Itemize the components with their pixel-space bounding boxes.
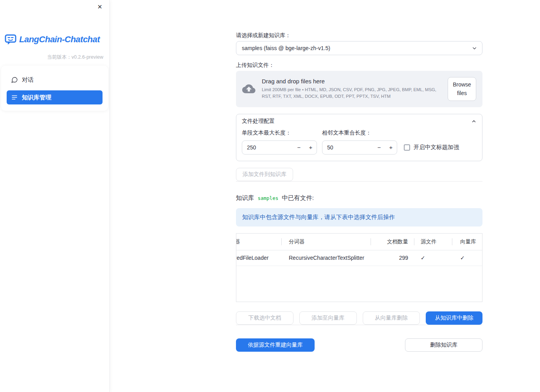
file-config-expander: 文件处理配置 单段文本最大长度： 相邻文本重合长度： − + − + [236,114,482,161]
sidebar-close-button[interactable]: × [95,2,104,11]
download-selected-button[interactable]: 下载选中文档 [236,311,293,325]
kb-select-value: samples (faiss @ bge-large-zh-v1.5) [242,45,330,51]
chunk-size-increment-button[interactable]: + [305,141,317,154]
add-files-to-kb-button[interactable]: 添加文件到知识库 [236,168,293,181]
file-action-buttons: 下载选中文档 添加至向量库 从向量库删除 从知识库中删除 [236,311,482,325]
dropzone-text: Drag and drop files here Limit 200MB per… [262,78,441,100]
app-logo-text: LangChain-Chatchat [19,34,100,45]
chunk-size-label: 单段文本最大长度： [242,129,322,137]
checkbox-box[interactable] [404,144,410,151]
existing-files-prefix: 知识库 [236,194,254,202]
table-row[interactable]: redFileLoader RecursiveCharacterTextSpli… [236,250,482,266]
existing-files-suffix: 中已有文件: [282,194,314,202]
dropzone-hint: Limit 200MB per file • HTML, MD, JSON, C… [262,86,441,100]
cell-splitter: RecursiveCharacterTextSplitter [282,255,371,261]
table-header-row: 器 分词器 文档数量 源文件 向量库 [236,234,482,250]
divider [236,181,482,182]
kb-name-code: samples [257,195,279,201]
kb-select[interactable]: samples (faiss @ bge-large-zh-v1.5) [236,41,482,55]
checkbox-label: 开启中文标题加强 [414,144,459,151]
upload-label: 上传知识文件： [236,62,482,70]
chat-bubble-icon [11,76,18,83]
sidebar-item-label: 对话 [22,76,34,84]
cell-vector-check: ✓ [452,255,482,261]
sidebar-item-label: 知识库管理 [22,94,51,101]
cell-doc-count: 299 [371,255,414,261]
sidebar-menu: 对话 知识库管理 [1,66,108,111]
delete-kb-button[interactable]: 删除知识库 [405,338,482,352]
chunk-overlap-field[interactable] [322,141,373,154]
rebuild-vector-store-button[interactable]: 依据源文件重建向量库 [236,338,315,352]
files-table: 器 分词器 文档数量 源文件 向量库 redFileLoader Recursi… [236,233,482,302]
browse-files-button[interactable]: Browse files [448,77,476,101]
chevron-down-icon [472,45,477,51]
column-header-loader[interactable]: 器 [236,234,282,250]
list-icon [11,94,18,101]
cloud-upload-icon [242,82,256,95]
chunk-overlap-increment-button[interactable]: + [385,141,397,154]
remove-from-vector-store-button[interactable]: 从向量库删除 [363,311,420,325]
chunk-size-decrement-button[interactable]: − [293,141,305,154]
chunk-overlap-decrement-button[interactable]: − [373,141,385,154]
sidebar-item-kb-management[interactable]: 知识库管理 [7,90,103,104]
file-dropzone[interactable]: Drag and drop files here Limit 200MB per… [236,71,482,107]
chunk-size-input: − + [242,140,317,155]
column-header-source[interactable]: 源文件 [414,234,452,250]
version-label: 当前版本：v0.2.6-preview [47,54,103,61]
expander-body: 单段文本最大长度： 相邻文本重合长度： − + − + 开启中文标题加强 [236,129,482,161]
expander-header[interactable]: 文件处理配置 [236,114,482,129]
chevron-up-icon [471,119,477,124]
info-alert-text: 知识库中包含源文件与向量库，请从下表中选择文件后操作 [242,214,395,220]
chunk-size-field[interactable] [242,141,293,154]
expander-title: 文件处理配置 [242,118,275,125]
chat-logo-icon [5,34,16,45]
info-alert: 知识库中包含源文件与向量库，请从下表中选择文件后操作 [236,208,482,227]
delete-from-kb-button[interactable]: 从知识库中删除 [426,311,482,325]
sidebar-item-dialogue[interactable]: 对话 [7,73,103,87]
chunk-overlap-input: − + [322,140,397,155]
add-to-vector-store-button[interactable]: 添加至向量库 [299,311,357,325]
cell-loader: redFileLoader [236,255,282,261]
dropzone-title: Drag and drop files here [262,78,441,85]
main-content: 请选择或新建知识库： samples (faiss @ bge-large-zh… [236,0,482,352]
kb-select-label: 请选择或新建知识库： [236,32,482,40]
chunk-overlap-label: 相邻文本重合长度： [322,129,371,137]
sidebar: × LangChain-Chatchat 当前版本：v0.2.6-preview… [0,0,110,392]
app-logo: LangChain-Chatchat [5,34,100,45]
column-header-splitter[interactable]: 分词器 [282,234,371,250]
column-header-doc-count[interactable]: 文档数量 [371,234,414,250]
existing-files-heading: 知识库 samples 中已有文件: [236,194,482,202]
kb-footer-actions: 依据源文件重建向量库 删除知识库 [236,338,482,352]
zh-title-enhance-checkbox[interactable]: 开启中文标题加强 [404,144,459,151]
divider [236,325,482,325]
column-header-vector[interactable]: 向量库 [452,234,482,250]
cell-source-check: ✓ [414,255,452,261]
